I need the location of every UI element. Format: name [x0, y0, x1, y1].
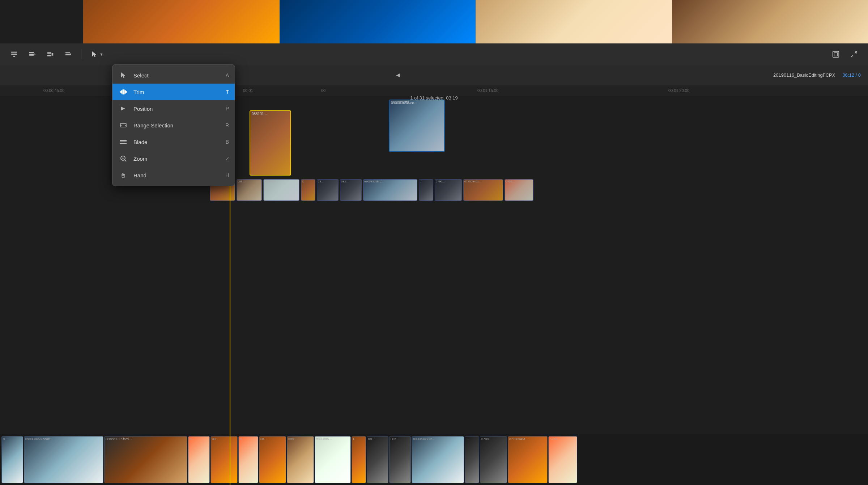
svg-rect-9 [833, 51, 839, 57]
filmstrip-item-10[interactable]: C [352, 436, 366, 483]
hand-tool-icon [118, 170, 128, 180]
tool-hand-item[interactable]: Hand H [112, 167, 235, 184]
small-clip-9[interactable]: 0790... [435, 179, 462, 201]
tool-trim-item[interactable]: Trim T [112, 84, 235, 100]
insert-below-button[interactable] [7, 47, 21, 61]
svg-rect-1 [11, 54, 17, 55]
small-clip-3[interactable]: 0965885... [263, 179, 299, 201]
small-clip-5-label: 08... [318, 180, 324, 183]
svg-rect-5 [47, 55, 51, 56]
small-clip-4-label: C [302, 180, 304, 183]
small-clip-8[interactable]: ... [419, 179, 433, 201]
filmstrip-item-7[interactable]: 08... [259, 436, 286, 483]
selection-info: 1 of 31 selected, 03:19 [410, 87, 458, 109]
tool-selector-button[interactable]: ▼ [87, 48, 107, 60]
small-clips-row: 08... 088... 0965885... C 08... 082... [210, 179, 533, 201]
tool-dropdown-menu: Select A Trim T Position P [112, 64, 235, 186]
filmstrip-label-5: 08... [212, 437, 218, 441]
filmstrip-item-17[interactable]: 0760... [548, 436, 577, 483]
small-clip-4[interactable]: C [301, 179, 315, 201]
filmstrip-label-4: 0... [190, 437, 194, 441]
filmstrip-label-2: 090083658-cooki... [25, 437, 53, 441]
range-tool-shortcut: R [225, 122, 229, 128]
small-clip-7[interactable]: 090083658-c... [363, 179, 417, 201]
tool-zoom-item[interactable]: Zoom Z [112, 150, 235, 167]
small-clip-10-label: 077009451... [464, 180, 481, 183]
blade-tool-label: Blade [133, 139, 221, 145]
filmstrip-item-13[interactable]: 090083658-c... [412, 436, 464, 483]
svg-rect-16 [120, 140, 127, 141]
toolbar: ▼ 1 of 31 selected, 03:19 [0, 43, 868, 65]
range-tool-icon [118, 120, 128, 130]
tool-select-item[interactable]: Select A [112, 67, 235, 84]
filmstrip-item-3[interactable]: 088228517-fami... [104, 436, 187, 483]
svg-marker-8 [92, 51, 96, 57]
svg-marker-11 [121, 72, 125, 78]
ruler-mark-5: 00:01:30:00 [668, 88, 689, 93]
small-clip-11[interactable]: 0760... [505, 179, 533, 201]
fit-to-window-button[interactable] [829, 47, 843, 61]
filmstrip-item-1[interactable]: 0... [1, 436, 23, 483]
dropdown-chevron-icon [64, 50, 72, 58]
tool-position-item[interactable]: Position P [112, 100, 235, 117]
filmstrip-label-3: 088228517-fami... [106, 437, 132, 441]
hand-tool-label: Hand [133, 172, 220, 178]
filmstrip-label-7: 08... [260, 437, 267, 441]
filmstrip-item-11[interactable]: 08... [367, 436, 388, 483]
filmstrip-item-8[interactable]: 088... [287, 436, 314, 483]
connect-button[interactable] [43, 47, 57, 61]
small-clip-5[interactable]: 08... [317, 179, 339, 201]
filmstrip-item-12[interactable]: 082... [389, 436, 411, 483]
preview-thumb-1 [83, 0, 280, 43]
media-preview-strip [83, 0, 868, 43]
zoom-level-button[interactable] [847, 47, 861, 61]
selected-clip-label: 088101... [252, 112, 267, 116]
arrow-select-icon [91, 51, 98, 58]
filmstrip-item-14[interactable]: ... [465, 436, 479, 483]
preview-thumb-4 [672, 0, 868, 43]
ruler-mark-1: 00:00:45:00 [43, 88, 64, 93]
insert-below-icon [10, 50, 18, 58]
filmstrip-label-11: 08... [368, 437, 375, 441]
tool-range-item[interactable]: Range Selection R [112, 117, 235, 134]
toolbar-right [829, 47, 861, 61]
svg-marker-12 [121, 107, 125, 110]
append-button[interactable] [25, 47, 39, 61]
svg-rect-0 [11, 51, 17, 52]
filmstrip: 0... 090083658-cooki... 088228517-fami..… [0, 434, 868, 485]
filmstrip-label-6: 0... [240, 437, 244, 441]
small-clip-6-label: 082... [341, 180, 348, 183]
svg-line-20 [125, 160, 127, 162]
filmstrip-item-16[interactable]: 077009451... [508, 436, 548, 483]
svg-rect-3 [29, 54, 34, 56]
preview-thumb-3 [476, 0, 672, 43]
small-clip-6[interactable]: 082... [340, 179, 362, 201]
zoom-tool-shortcut: Z [226, 156, 229, 161]
timeline-nav-back-button[interactable]: ◀ [396, 72, 400, 78]
toolbar-separator-1 [81, 49, 81, 59]
tool-blade-item[interactable]: Blade B [112, 134, 235, 150]
svg-rect-17 [120, 142, 127, 142]
view-dropdown-button[interactable] [61, 47, 75, 61]
selected-clip-thumbnail [250, 111, 290, 175]
filmstrip-item-6[interactable]: 0... [238, 436, 258, 483]
range-tool-label: Range Selection [133, 122, 220, 128]
filmstrip-label-12: 082... [391, 437, 399, 441]
ruler-mark-4: 00:01:15:00 [477, 88, 498, 93]
toolbar-left: ▼ [7, 47, 825, 61]
zoom-tool-label: Zoom [133, 156, 221, 162]
trim-tool-label: Trim [133, 89, 221, 95]
blade-tool-shortcut: B [226, 139, 229, 145]
svg-rect-7 [65, 54, 70, 55]
filmstrip-item-9[interactable]: 096588S... [315, 436, 351, 483]
small-clip-10[interactable]: 077009451... [463, 179, 503, 201]
filmstrip-item-5[interactable]: 08... [210, 436, 238, 483]
filmstrip-item-15[interactable]: 0790... [480, 436, 507, 483]
small-clip-2[interactable]: 088... [237, 179, 262, 201]
filmstrip-label-10: C [353, 437, 356, 441]
filmstrip-label-9: 096588S... [316, 437, 332, 441]
filmstrip-item-4[interactable]: 0... [188, 436, 210, 483]
svg-rect-18 [120, 143, 127, 144]
selected-clip[interactable]: 088101... [250, 110, 291, 176]
filmstrip-item-2[interactable]: 090083658-cooki... [24, 436, 103, 483]
